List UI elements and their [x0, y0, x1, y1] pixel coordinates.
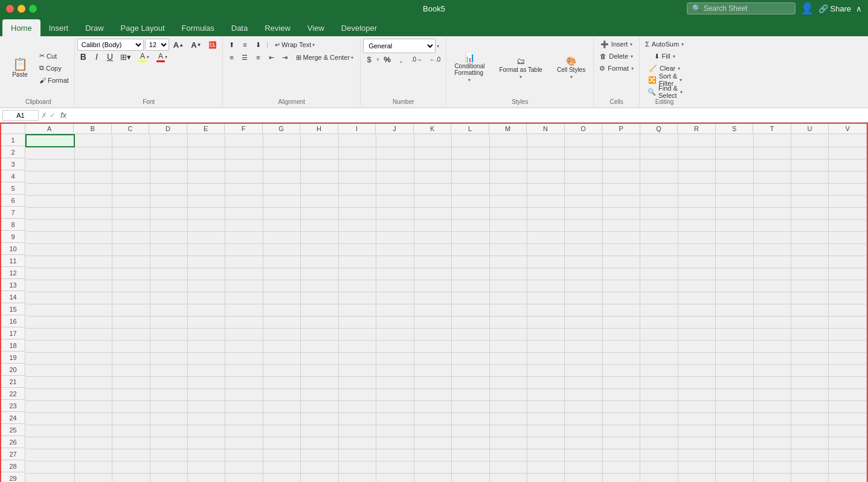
table-row[interactable] [565, 159, 602, 171]
table-row[interactable] [489, 304, 527, 316]
table-row[interactable] [791, 231, 829, 243]
table-row[interactable] [489, 135, 527, 147]
table-row[interactable] [225, 316, 263, 328]
table-row[interactable] [640, 280, 678, 292]
currency-button[interactable]: $ [363, 54, 375, 65]
user-icon[interactable]: 👤 [800, 2, 814, 15]
col-header-h[interactable]: H [300, 124, 338, 133]
row-header-16[interactable]: 16 [1, 315, 25, 327]
align-center-button[interactable]: ☰ [239, 52, 251, 63]
table-row[interactable] [829, 304, 867, 316]
table-row[interactable] [527, 425, 564, 437]
table-row[interactable] [753, 195, 791, 207]
decrease-decimal-button[interactable]: ←.0 [426, 54, 443, 65]
table-row[interactable] [489, 268, 527, 280]
col-header-o[interactable]: O [565, 124, 603, 133]
table-row[interactable] [753, 171, 791, 183]
table-row[interactable] [225, 280, 263, 292]
table-row[interactable] [602, 376, 640, 388]
table-row[interactable] [376, 316, 414, 328]
table-row[interactable] [527, 255, 564, 268]
table-row[interactable] [376, 364, 414, 376]
table-row[interactable] [527, 352, 564, 364]
table-row[interactable] [150, 183, 187, 195]
table-row[interactable] [640, 304, 678, 316]
table-row[interactable] [338, 207, 376, 219]
table-row[interactable] [26, 328, 74, 340]
table-row[interactable] [640, 183, 678, 195]
table-row[interactable] [452, 461, 489, 473]
table-row[interactable] [112, 219, 150, 231]
table-row[interactable] [338, 449, 376, 461]
format-as-table-button[interactable]: 🗂 Format as Table ▾ [493, 50, 548, 86]
table-row[interactable] [829, 328, 867, 340]
table-row[interactable] [150, 304, 187, 316]
table-row[interactable] [716, 473, 753, 482]
row-header-12[interactable]: 12 [1, 267, 25, 279]
table-row[interactable] [112, 376, 150, 388]
table-row[interactable] [527, 207, 564, 219]
table-row[interactable] [489, 316, 527, 328]
table-row[interactable] [678, 219, 715, 231]
table-row[interactable] [263, 159, 300, 171]
table-row[interactable] [716, 243, 753, 255]
table-row[interactable] [716, 449, 753, 461]
table-row[interactable] [678, 376, 715, 388]
table-row[interactable] [602, 340, 640, 352]
table-row[interactable] [527, 473, 564, 482]
table-row[interactable] [263, 268, 300, 280]
search-input[interactable] [704, 4, 788, 13]
table-row[interactable] [489, 219, 527, 231]
table-row[interactable] [26, 461, 74, 473]
table-row[interactable] [301, 316, 338, 328]
search-box[interactable]: 🔍 [687, 2, 796, 14]
table-row[interactable] [225, 219, 263, 231]
number-format-select[interactable]: General [363, 39, 436, 53]
table-row[interactable] [791, 207, 829, 219]
table-row[interactable] [112, 340, 150, 352]
table-row[interactable] [150, 449, 187, 461]
table-row[interactable] [263, 183, 300, 195]
table-row[interactable] [26, 159, 74, 171]
table-row[interactable] [791, 147, 829, 159]
decrease-indent-button[interactable]: ⇤ [265, 52, 277, 63]
table-row[interactable] [376, 171, 414, 183]
table-row[interactable] [791, 473, 829, 482]
delete-cells-button[interactable]: 🗑 Delete ▾ [596, 51, 637, 62]
table-row[interactable] [188, 413, 225, 425]
table-row[interactable] [26, 255, 74, 268]
table-row[interactable] [376, 147, 414, 159]
collapse-ribbon-icon[interactable]: ∧ [856, 4, 862, 13]
table-row[interactable] [150, 255, 187, 268]
table-row[interactable] [565, 255, 602, 268]
table-row[interactable] [602, 473, 640, 482]
table-row[interactable] [753, 364, 791, 376]
table-row[interactable] [678, 159, 715, 171]
row-header-11[interactable]: 11 [1, 255, 25, 267]
table-row[interactable] [678, 243, 715, 255]
table-row[interactable] [26, 147, 74, 159]
table-row[interactable] [829, 449, 867, 461]
table-row[interactable] [26, 449, 74, 461]
table-row[interactable] [678, 195, 715, 207]
table-row[interactable] [829, 243, 867, 255]
table-row[interactable] [301, 388, 338, 400]
table-row[interactable] [527, 159, 564, 171]
row-header-19[interactable]: 19 [1, 352, 25, 364]
table-row[interactable] [338, 280, 376, 292]
table-row[interactable] [150, 425, 187, 437]
table-row[interactable] [565, 268, 602, 280]
table-row[interactable] [338, 425, 376, 437]
table-row[interactable] [188, 364, 225, 376]
table-row[interactable] [74, 147, 112, 159]
table-row[interactable] [640, 268, 678, 280]
table-row[interactable] [452, 135, 489, 147]
table-row[interactable] [829, 231, 867, 243]
table-row[interactable] [602, 243, 640, 255]
table-row[interactable] [338, 255, 376, 268]
table-row[interactable] [527, 171, 564, 183]
table-row[interactable] [188, 207, 225, 219]
table-row[interactable] [602, 255, 640, 268]
table-row[interactable] [640, 316, 678, 328]
col-header-b[interactable]: B [74, 124, 112, 133]
